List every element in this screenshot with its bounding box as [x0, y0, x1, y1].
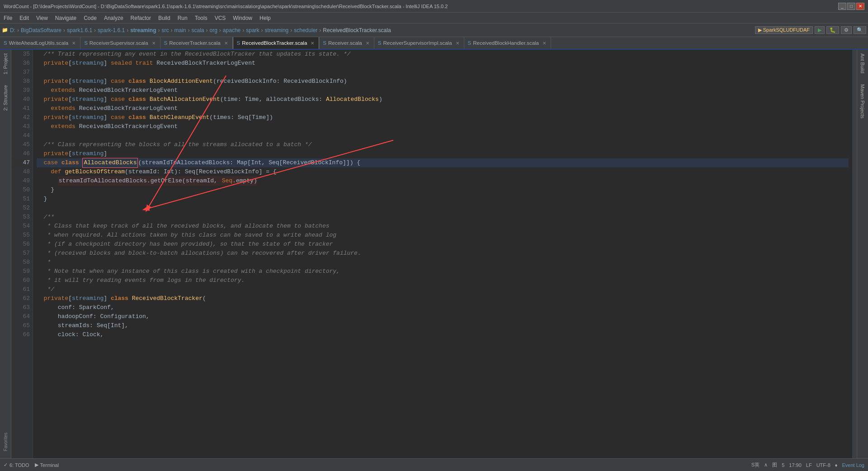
line-num-47: 47 [11, 158, 30, 167]
tab-close-receivedblocktracker[interactable]: ✕ [311, 41, 314, 46]
tab-receivedblocktracker[interactable]: S ReceivedBlockTracker.scala ✕ [233, 37, 320, 49]
run-button[interactable]: ▶ [815, 26, 825, 34]
menu-file[interactable]: File [0, 13, 16, 23]
tab-receivedblockhandler[interactable]: S ReceivedBlockHandler.scala ✕ [464, 37, 551, 49]
encoding: UTF-8 [816, 462, 830, 468]
tab-icon: S [237, 40, 241, 46]
run-config-button[interactable]: ▶ SparkSQLUDFUDAF [755, 26, 813, 34]
line-num-44: 44 [11, 131, 30, 140]
breadcrumb-apache[interactable]: apache [223, 27, 241, 33]
breadcrumb-D[interactable]: D: [10, 27, 15, 33]
settings-button[interactable]: ⚙ [841, 26, 852, 34]
menu-navigate[interactable]: Navigate [52, 13, 80, 23]
breadcrumb-spark-161[interactable]: spark-1.6.1 [98, 27, 125, 33]
line-num-48: 48 [11, 167, 30, 176]
menu-edit[interactable]: Edit [16, 13, 33, 23]
menu-view[interactable]: View [33, 13, 52, 23]
todo-panel[interactable]: ✓ 6: TODO [4, 462, 29, 468]
breadcrumb-file[interactable]: ReceivedBlockTracker.scala [323, 27, 391, 33]
line-separator: LF [806, 462, 812, 468]
line-num-53: 53 [11, 213, 30, 222]
breadcrumb-spark[interactable]: spark [246, 27, 259, 33]
tab-close-writeaheadlog[interactable]: ✕ [72, 41, 75, 46]
tab-receivertracker[interactable]: S ReceiverTracker.scala ✕ [160, 37, 233, 49]
code-area[interactable]: /** Trait representing any event in the … [33, 50, 852, 458]
tab-label: ReceiverSupervisor.scala [90, 40, 148, 46]
menu-help[interactable]: Help [256, 13, 274, 23]
line-num-36: 36 [11, 59, 30, 68]
tab-icon: S [164, 40, 168, 46]
tab-close-receivertracker[interactable]: ✕ [224, 41, 228, 46]
app-title: WordCount - [D:\IdeaProjects\WordCount] … [4, 4, 448, 9]
code-line-55: * when required. All actions taken by th… [37, 231, 849, 240]
tab-close-receiver[interactable]: ✕ [366, 41, 369, 46]
tab-label: ReceivedBlockHandler.scala [473, 40, 539, 46]
code-line-46: private[streaming] [37, 149, 849, 158]
close-button[interactable]: ✕ [856, 3, 864, 10]
maximize-button[interactable]: □ [847, 3, 855, 10]
line-num-66: 66 [11, 330, 30, 339]
menu-vcs[interactable]: VCS [211, 13, 230, 23]
code-line-53: /** [37, 213, 849, 222]
tab-receiversupervisorimpl[interactable]: S ReceiverSupervisorImpl.scala ✕ [374, 37, 464, 49]
breadcrumb-streaming[interactable]: streaming [130, 27, 156, 33]
todo-icon: ✓ [4, 462, 8, 468]
cursor-position: 17:90 [789, 462, 802, 468]
tab-close-receiversupervisorimpl[interactable]: ✕ [456, 41, 459, 46]
breadcrumb-scala[interactable]: scala [192, 27, 204, 33]
breadcrumb-org[interactable]: org [210, 27, 217, 33]
tabs-bar: S WriteAheadLogUtils.scala ✕ S ReceiverS… [0, 37, 868, 50]
menu-analyze[interactable]: Analyze [100, 13, 127, 23]
tab-close-receivedblockhandler[interactable]: ✕ [542, 41, 546, 46]
vertical-scrollbar[interactable] [852, 50, 857, 458]
menu-code[interactable]: Code [80, 13, 100, 23]
code-line-48: def getBlocksOfStream(streamId: Int): Se… [37, 167, 849, 176]
code-line-42: private[streaming] case class BatchClean… [37, 113, 849, 122]
toolbar: 📁 D: › BigDataSoftware › spark1.6.1 › sp… [0, 24, 868, 37]
tab-icon: S [468, 40, 472, 46]
menu-run[interactable]: Run [174, 13, 191, 23]
terminal-panel[interactable]: ▶ Terminal [35, 462, 59, 468]
line-num-39: 39 [11, 86, 30, 95]
breadcrumb-bigdata[interactable]: BigDataSoftware [21, 27, 61, 33]
event-log[interactable]: Event Log [842, 462, 864, 468]
code-line-54: * Class that keep track of all the recei… [37, 222, 849, 231]
menu-tools[interactable]: Tools [191, 13, 211, 23]
code-line-58: * [37, 258, 849, 267]
ant-build-panel[interactable]: Ant Build [858, 50, 867, 77]
breadcrumb-scheduler[interactable]: scheduler [294, 27, 317, 33]
breadcrumb-streaming2[interactable]: streaming [265, 27, 289, 33]
menu-refactor[interactable]: Refactor [127, 13, 155, 23]
debug-button[interactable]: 🐛 [826, 26, 839, 34]
project-panel[interactable]: 1: Project [1, 50, 10, 78]
ime-status: S英 [751, 461, 760, 468]
code-line-47: case class AllocatedBlocks(streamIdToAll… [37, 158, 849, 167]
tab-receiversupervisor[interactable]: S ReceiverSupervisor.scala ✕ [80, 37, 160, 49]
tab-writeaheadlog[interactable]: S WriteAheadLogUtils.scala ✕ [0, 37, 80, 49]
line-num-46: 46 [11, 149, 30, 158]
breadcrumb-src[interactable]: src [161, 27, 169, 33]
line-num-35: 35 [11, 50, 30, 59]
tab-close-receiversupervisor[interactable]: ✕ [152, 41, 156, 46]
tab-icon: S [323, 40, 326, 46]
code-line-61: */ [37, 285, 849, 294]
line-num-55: 55 [11, 231, 30, 240]
menu-build[interactable]: Build [155, 13, 174, 23]
line-num-40: 40 [11, 95, 30, 104]
line-num-56: 56 [11, 240, 30, 249]
maven-projects-panel[interactable]: Maven Projects [858, 81, 867, 122]
line-num-52: 52 [11, 204, 30, 213]
breadcrumb-spark161[interactable]: spark1.6.1 [67, 27, 92, 33]
breadcrumb-main[interactable]: main [174, 27, 186, 33]
favorites-panel[interactable]: Favorites [1, 429, 10, 455]
line-numbers: 35 36 37 38 39 40 41 42 43 44 45 46 47 4… [11, 50, 33, 458]
structure-panel[interactable]: 2: Structure [1, 81, 10, 114]
search-button[interactable]: 🔍 [854, 26, 866, 34]
minimize-button[interactable]: _ [838, 3, 846, 10]
tab-label: ReceiverSupervisorImpl.scala [383, 40, 452, 46]
code-line-51: } [37, 195, 849, 204]
line-num-54: 54 [11, 222, 30, 231]
code-line-57: * (received blocks and block-to-batch al… [37, 249, 849, 258]
tab-receiver[interactable]: S Receiver.scala ✕ [319, 37, 374, 49]
menu-window[interactable]: Window [229, 13, 256, 23]
